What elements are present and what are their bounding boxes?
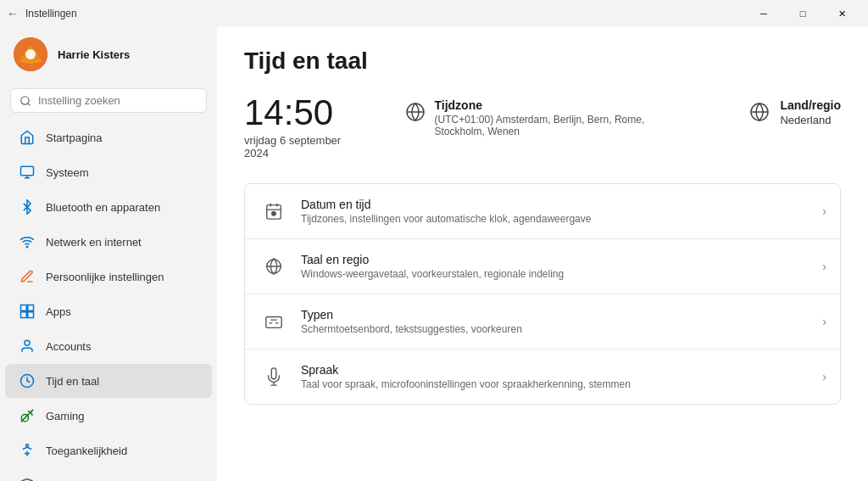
maximize-button[interactable]: □	[783, 0, 822, 27]
sidebar-item-label: Bluetooth en apparaten	[46, 201, 160, 214]
titlebar: ← Instellingen ─ □ ✕	[0, 0, 868, 27]
spraak-icon	[259, 361, 289, 392]
typen-chevron: ›	[822, 315, 826, 328]
timezone-info: Tijdzone (UTC+01:00) Amsterdam, Berlijn,…	[434, 98, 697, 137]
sidebar-nav: Startpagina Systeem Bluetooth en apparat…	[0, 120, 217, 481]
sidebar-item-label: Systeem	[46, 166, 89, 179]
sidebar-item-gaming[interactable]: Gaming	[5, 399, 212, 433]
sidebar-item-bluetooth[interactable]: Bluetooth en apparaten	[5, 190, 212, 224]
network-icon	[19, 233, 36, 250]
minimize-button[interactable]: ─	[744, 0, 783, 27]
taal-regio-chevron: ›	[822, 260, 826, 273]
svg-rect-23	[266, 317, 281, 328]
sidebar-item-persoonlijk[interactable]: Persoonlijke instellingen	[5, 260, 212, 294]
datum-tijd-text: Datum en tijd Tijdzones, instellingen vo…	[301, 198, 810, 225]
page-title: Tijd en taal	[244, 48, 841, 75]
svg-rect-5	[21, 305, 27, 311]
settings-item-datum-tijd[interactable]: Datum en tijd Tijdzones, instellingen vo…	[245, 184, 840, 239]
sidebar-item-systeem[interactable]: Systeem	[5, 155, 212, 189]
sidebar-item-privacy[interactable]: Privacy en beveiliging	[5, 468, 212, 481]
spraak-text: Spraak Taal voor spraak, microfooninstel…	[301, 363, 810, 390]
typen-desc: Schermtoetsenbord, tekstsuggesties, voor…	[301, 323, 810, 335]
svg-point-12	[26, 445, 29, 447]
sidebar-item-label: Persoonlijke instellingen	[46, 271, 164, 283]
timezone-icon	[405, 100, 426, 124]
svg-point-2	[21, 96, 29, 103]
home-icon	[19, 129, 36, 146]
accessibility-icon	[19, 442, 36, 459]
settings-item-typen[interactable]: Typen Schermtoetsenbord, tekstsuggesties…	[245, 294, 840, 350]
sidebar-item-accounts[interactable]: Accounts	[5, 329, 212, 363]
avatar	[14, 37, 47, 71]
time-display: 14:50	[244, 95, 354, 131]
personal-icon	[19, 268, 36, 285]
datum-tijd-title: Datum en tijd	[301, 198, 810, 211]
svg-rect-6	[28, 305, 34, 311]
datum-tijd-chevron: ›	[822, 204, 826, 218]
date-display: vrijdag 6 september 2024	[244, 134, 354, 159]
titlebar-controls: ─ □ ✕	[744, 0, 861, 27]
typen-text: Typen Schermtoetsenbord, tekstsuggesties…	[301, 308, 810, 335]
settings-item-taal-regio[interactable]: Taal en regio Windows-weergavetaal, voor…	[245, 239, 840, 294]
sidebar-item-label: Toegankelijkheid	[46, 445, 127, 457]
region-block: Land/regio Nederland	[748, 95, 841, 126]
titlebar-left: ← Instellingen	[7, 7, 77, 20]
privacy-icon	[19, 477, 36, 481]
sidebar-username: Harrie Kisters	[58, 48, 130, 61]
svg-point-4	[26, 246, 28, 248]
time-block: 14:50 vrijdag 6 september 2024	[244, 95, 354, 159]
gaming-icon	[19, 407, 36, 424]
sidebar-item-apps[interactable]: Apps	[5, 294, 212, 328]
region-info: Land/regio Nederland	[780, 98, 841, 126]
search-input[interactable]	[38, 94, 198, 107]
sidebar-item-label: Netwerk en internet	[46, 236, 142, 249]
time-icon	[19, 372, 36, 389]
region-value: Nederland	[780, 114, 841, 126]
spraak-chevron: ›	[822, 370, 826, 383]
sidebar-item-toegankelijkheid[interactable]: Toegankelijkheid	[5, 433, 212, 467]
sidebar-item-netwerk[interactable]: Netwerk en internet	[5, 225, 212, 259]
region-icon	[748, 100, 771, 124]
typen-title: Typen	[301, 308, 810, 322]
close-button[interactable]: ✕	[822, 0, 861, 27]
timezone-value: (UTC+01:00) Amsterdam, Berlijn, Bern, Ro…	[434, 114, 697, 137]
svg-point-1	[25, 49, 36, 59]
sidebar-item-label: Gaming	[46, 410, 85, 422]
system-icon	[19, 164, 36, 181]
taal-regio-icon	[259, 251, 289, 282]
region-label: Land/regio	[780, 98, 841, 112]
search-box[interactable]	[10, 88, 207, 113]
svg-point-9	[25, 340, 30, 345]
spraak-title: Spraak	[301, 363, 810, 377]
datum-tijd-desc: Tijdzones, instellingen voor automatisch…	[301, 213, 810, 225]
time-header: 14:50 vrijdag 6 september 2024 Tijdzone …	[244, 95, 841, 159]
spraak-desc: Taal voor spraak, microfooninstellingen …	[301, 378, 810, 390]
svg-rect-3	[21, 166, 34, 176]
sidebar-item-label: Apps	[46, 305, 71, 318]
apps-icon	[19, 303, 36, 320]
settings-list: Datum en tijd Tijdzones, instellingen vo…	[244, 183, 841, 405]
sidebar-item-tijd[interactable]: Tijd en taal	[5, 364, 212, 398]
accounts-icon	[19, 338, 36, 355]
sidebar-item-label: Startpagina	[46, 131, 103, 144]
sidebar-item-label: Accounts	[46, 340, 91, 353]
settings-item-spraak[interactable]: Spraak Taal voor spraak, microfooninstel…	[245, 350, 840, 404]
timezone-block: Tijdzone (UTC+01:00) Amsterdam, Berlijn,…	[405, 95, 698, 137]
svg-rect-8	[28, 312, 34, 318]
sidebar: Harrie Kisters Startpagina	[0, 27, 217, 481]
timezone-label: Tijdzone	[434, 98, 697, 112]
typen-icon	[259, 306, 289, 337]
main-content: Tijd en taal 14:50 vrijdag 6 september 2…	[217, 27, 868, 481]
app-title: Instellingen	[25, 8, 77, 20]
bluetooth-icon	[19, 199, 36, 215]
search-icon	[19, 95, 31, 107]
taal-regio-desc: Windows-weergavetaal, voorkeurstalen, re…	[301, 268, 810, 280]
taal-regio-title: Taal en regio	[301, 253, 810, 266]
sidebar-item-startpagina[interactable]: Startpagina	[5, 120, 212, 154]
datum-tijd-icon	[259, 196, 289, 227]
svg-point-19	[272, 211, 276, 215]
back-button[interactable]: ←	[7, 7, 19, 20]
svg-rect-7	[21, 312, 27, 318]
sidebar-header: Harrie Kisters	[0, 27, 217, 85]
settings-container: Datum en tijd Tijdzones, instellingen vo…	[244, 183, 841, 405]
